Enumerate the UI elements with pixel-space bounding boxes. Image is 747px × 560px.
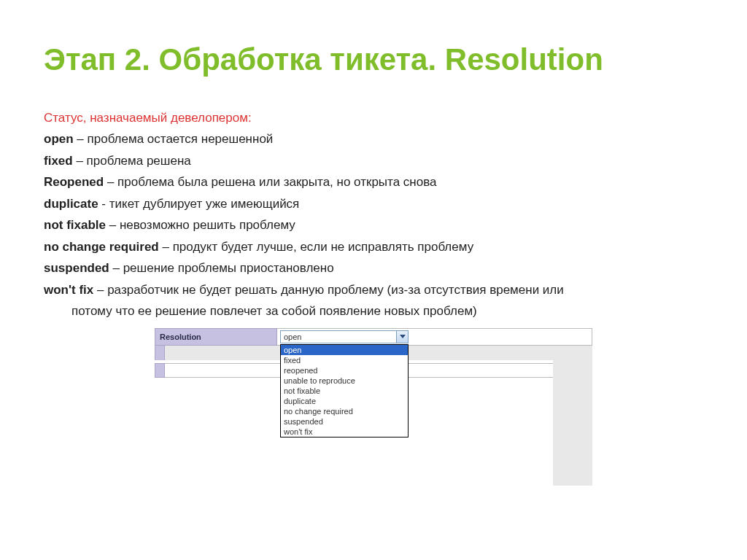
dropdown-option[interactable]: open [281,345,408,355]
def-nochange-term: no change required [44,240,159,254]
row-marker-2 [155,363,165,378]
def-wontfix: won't fix – разработчик не будет решать … [44,281,703,300]
def-reopened-term: Reopened [44,175,104,189]
def-suspended: suspended – решение проблемы приостановл… [44,259,703,278]
chevron-down-icon [400,335,406,339]
dropdown-option[interactable]: suspended [281,416,408,427]
def-notfixable-term: not fixable [44,218,106,232]
def-reopened-desc: – проблема была решена или закрыта, но о… [104,175,436,189]
form-screenshot: Resolution open open fi [155,328,592,378]
def-duplicate-desc: - тикет дублирует уже имеющийся [98,197,300,211]
resolution-field-cell: open [277,328,592,346]
dropdown-option[interactable]: won't fix [281,427,408,437]
status-subtitle: Статус, назначаемый девелопером: [44,111,703,125]
resolution-dropdown-list[interactable]: open fixed reopened unable to reproduce … [280,344,409,438]
dropdown-option[interactable]: unable to reproduce [281,376,408,386]
def-fixed: fixed – проблема решена [44,152,703,171]
slide-title: Этап 2. Обработка тикета. Resolution [44,42,703,77]
def-fixed-term: fixed [44,154,73,168]
def-wontfix-desc: – разработчик не будет решать данную про… [93,283,564,297]
def-suspended-term: suspended [44,261,109,275]
def-notfixable: not fixable – невозможно решить проблему [44,216,703,235]
row-marker [155,346,165,360]
resolution-select[interactable]: open [280,330,409,343]
dropdown-option[interactable]: fixed [281,355,408,365]
def-nochange: no change required – продукт будет лучше… [44,238,703,257]
dropdown-option[interactable]: duplicate [281,396,408,406]
def-duplicate: duplicate - тикет дублирует уже имеющийс… [44,195,703,214]
def-open-desc: – проблема остается нерешенной [74,132,274,146]
slide: Этап 2. Обработка тикета. Resolution Ста… [0,0,747,378]
def-nochange-desc: – продукт будет лучше, если не исправлят… [159,240,473,254]
def-duplicate-term: duplicate [44,197,98,211]
def-fixed-desc: – проблема решена [73,154,191,168]
resolution-label: Resolution [155,328,277,346]
dropdown-button[interactable] [396,331,408,343]
def-open: open – проблема остается нерешенной [44,130,703,149]
def-wontfix-cont: потому что ее решение повлечет за собой … [44,302,703,321]
def-wontfix-term: won't fix [44,283,93,297]
definition-list: open – проблема остается нерешенной fixe… [44,130,703,321]
dropdown-option[interactable]: not fixable [281,386,408,396]
def-open-term: open [44,132,74,146]
resolution-select-value: open [281,332,396,341]
side-gray-block [553,357,592,486]
dropdown-option[interactable]: no change required [281,406,408,416]
def-notfixable-desc: – невозможно решить проблему [106,218,295,232]
def-reopened: Reopened – проблема была решена или закр… [44,173,703,192]
def-suspended-desc: – решение проблемы приостановлено [109,261,334,275]
dropdown-option[interactable]: reopened [281,365,408,376]
resolution-row: Resolution open [155,328,592,346]
